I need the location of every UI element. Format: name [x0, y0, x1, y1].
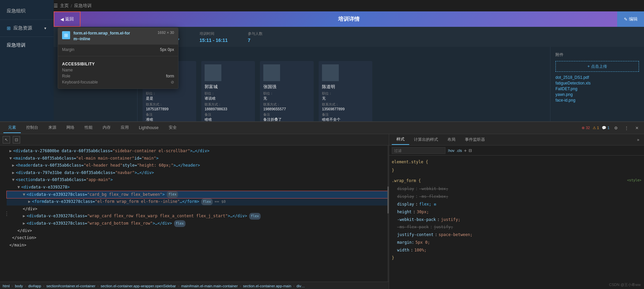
file-item-1[interactable]: fatigueDetection.xls [555, 81, 639, 85]
arrow-11: ▶ [23, 220, 25, 227]
bc-body[interactable]: body [15, 284, 23, 288]
side-dots[interactable]: ⋮ [4, 211, 9, 217]
breadcrumb-home[interactable]: 主页 [60, 3, 69, 9]
element-style-selector: element.style { [392, 158, 641, 166]
more-button[interactable]: ⋮ [623, 124, 631, 132]
file-item-3[interactable]: yawn.png [555, 92, 639, 97]
tab-performance[interactable]: 性能 [80, 123, 97, 133]
back-button[interactable]: ◀ 返回 [54, 11, 80, 27]
arrow-10: ▶ [23, 213, 25, 220]
style-block-wrap-form: .wrap_form { <style> display : -webkit-b… [392, 177, 641, 262]
tab-application[interactable]: 应用 [116, 123, 133, 133]
back-label: 返回 [65, 16, 74, 22]
participants-label: 参与人员 [143, 52, 545, 58]
style-line-width: width : 100%; [392, 246, 641, 254]
tab-layout[interactable]: 布局 [443, 135, 460, 144]
training-time-value: 15:11 - 16:11 [200, 38, 228, 43]
sidebar-item-emergency-training[interactable]: 应急培训 [0, 38, 54, 53]
watermark-text: CSDN @王小希ww [609, 283, 641, 287]
dom-toolbar: ↖ ⊡ [0, 134, 389, 146]
tooltip-keyboard-label: Keyboard-focusable [62, 80, 98, 84]
bc-div-end[interactable]: div… [297, 284, 305, 288]
avatar-2 [263, 64, 280, 81]
upload-label: + 点击上传 [587, 64, 607, 69]
dom-line-4[interactable]: ▶ <div data-v-797e31be data-v-60f35ab6 c… [7, 169, 389, 177]
cls-toggle[interactable]: .cls [457, 149, 462, 153]
bc-section-app-main[interactable]: section.el-container.app-main [243, 284, 291, 288]
bc-html[interactable]: html [3, 284, 10, 288]
dom-line-12[interactable]: </div> [7, 227, 389, 235]
dom-line-1[interactable]: ▶ <div data-v-276800be data-v-60f35ab6 c… [7, 148, 389, 155]
file-item-4[interactable]: face-id.png [555, 98, 639, 103]
dom-line-13[interactable]: </section> [7, 234, 389, 242]
tab-elements[interactable]: 元素 [3, 123, 21, 133]
style-line-display-webkit: display : -webkit-box; [392, 185, 641, 193]
devtools-panel: 元素 控制台 来源 网络 性能 内存 应用 Lighthouse 安全 ⊗ 32… [0, 121, 644, 289]
tab-computed[interactable]: 计算出的样式 [409, 135, 443, 144]
dom-line-5[interactable]: ▼ <section data-v-60f35ab6 class="app-ma… [7, 176, 389, 184]
filter-input[interactable] [392, 147, 445, 154]
tab-network[interactable]: 网络 [62, 123, 79, 133]
styles-filter: :hov .cls + ⊟ [389, 146, 644, 156]
breadcrumb: ☰ 主页 / 应急培训 [54, 3, 92, 9]
styles-tabs: 样式 计算出的样式 布局 事件监听器 » [389, 134, 644, 146]
bc-section-wrapper[interactable]: section.el-container.app-wrapper.openSid… [101, 284, 176, 288]
tooltip-margin-value: 5px 0px [160, 47, 174, 52]
sidebar-item-emergency-resources[interactable]: ⊞ 应急资源 ▼ [0, 20, 54, 36]
element-style-close: } [392, 167, 641, 174]
file-item-0[interactable]: dot_2518_DS1.pdf [555, 75, 639, 80]
participant-contact-label-2: 联系方式： [263, 102, 310, 107]
participant-notes-label-0: 备注 [146, 112, 193, 117]
dom-line-3[interactable]: ▶ <header data-v-60f35ab6 class="el-head… [7, 162, 389, 169]
attachments-section: 附件 + 点击上传 dot_2518_DS1.pdf fatigueDetect… [550, 47, 644, 127]
participant-contact-label-1: 联系方式： [205, 102, 252, 107]
bc-main[interactable]: main#main.el-main.main-container [181, 284, 238, 288]
settings-button[interactable]: ⚙ [612, 124, 620, 132]
error-count: 32 [586, 126, 590, 130]
tab-styles[interactable]: 样式 [392, 134, 409, 145]
dom-line-10[interactable]: ▶ <div data-v-e3393278 class="wrap_card … [7, 213, 389, 220]
tab-console[interactable]: 控制台 [21, 123, 43, 133]
tooltip-keyboard-row: Keyboard-focusable ⊘ [62, 80, 174, 84]
edit-button[interactable]: ✎ 编辑 [617, 11, 644, 27]
top-bar: 培训详情 [54, 11, 644, 27]
tab-lighthouse[interactable]: Lighthouse [134, 123, 163, 133]
participant-contact-value-2: 19889655577 [263, 107, 310, 111]
tab-sources[interactable]: 来源 [44, 123, 61, 133]
inspect-tool[interactable]: ⊡ [13, 136, 20, 143]
hov-toggle[interactable]: :hov [447, 149, 454, 153]
add-rule-button[interactable]: + [464, 148, 467, 153]
chevron-down-icon: ▼ [44, 26, 47, 30]
tooltip-name-row: Name [62, 68, 174, 72]
expand-button[interactable]: ⊟ [469, 148, 472, 153]
bc-section-container[interactable]: section#container.el-container [46, 284, 95, 288]
styles-more-button[interactable]: » [635, 136, 641, 143]
warning-badge: ⚠ 1 [593, 126, 599, 130]
tooltip-margin-row: Margin 5px 0px [62, 47, 174, 52]
style-line-display-ms: display : -ms-flexbox; [392, 193, 641, 200]
participant-contact-value-1: 18889788633 [205, 107, 252, 111]
bc-divapp[interactable]: div#app [28, 284, 41, 288]
tab-memory[interactable]: 内存 [98, 123, 115, 133]
cursor-tool[interactable]: ↖ [3, 136, 10, 143]
dom-line-8[interactable]: ▶ <form data-v-e3393278 class="el-form w… [7, 198, 389, 206]
upload-button[interactable]: + 点击上传 [555, 61, 639, 72]
dom-line-7[interactable]: ▼ <div data-v-e3393278 class="card_bg fl… [7, 191, 389, 198]
sidebar-divider-1 [0, 19, 54, 20]
dom-line-11[interactable]: ▶ <div data-v-e3393278 class="wrap_card_… [7, 220, 389, 227]
scroll-indicator[interactable] [387, 146, 389, 282]
badge-flex-10: flex [249, 213, 261, 220]
dom-line-9[interactable]: </div> [7, 206, 389, 213]
sidebar-item-emergency-org[interactable]: 应急组织 [0, 3, 54, 19]
tab-event-listeners[interactable]: 事件监听器 [460, 135, 490, 144]
dom-line-6[interactable]: ▼ <div data-v-e3393278 > [7, 184, 389, 191]
dom-line-2[interactable]: ▼ <main data-v-60f35ab6 class="el-main m… [7, 155, 389, 162]
style-line-justify-content: justify-content : space-between; [392, 231, 641, 239]
close-button[interactable]: ✕ [633, 124, 641, 132]
dom-line-14[interactable]: </main> [7, 242, 389, 249]
participant-position-value-3: 无 [322, 96, 369, 101]
tab-security[interactable]: 安全 [164, 123, 181, 133]
avatar-3 [322, 64, 339, 81]
file-item-2[interactable]: FallDET.png [555, 86, 639, 91]
participant-name-3: 陈道明 [322, 84, 369, 90]
